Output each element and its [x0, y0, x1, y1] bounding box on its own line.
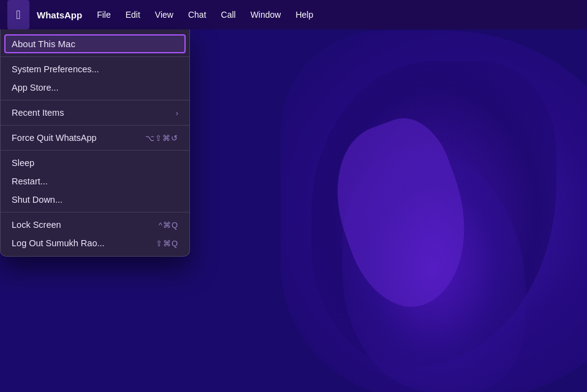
- menu-item-force-quit[interactable]: Force Quit WhatsApp ⌥⇧⌘↺: [1, 129, 189, 147]
- menu-item-restart[interactable]: Restart...: [1, 172, 189, 190]
- menu-item-about[interactable]: About This Mac: [4, 34, 186, 53]
- separator-3: [1, 125, 189, 126]
- apple-icon: : [16, 8, 20, 22]
- menubar-edit[interactable]: Edit: [118, 0, 148, 29]
- menubar-chat[interactable]: Chat: [181, 0, 214, 29]
- menu-item-system-prefs[interactable]: System Preferences...: [1, 60, 189, 78]
- separator-2: [1, 100, 189, 100]
- menubar-whatsapp[interactable]: WhatsApp: [29, 0, 89, 29]
- apple-menu-button[interactable]: : [7, 0, 29, 29]
- menu-item-recent-items[interactable]: Recent Items ›: [1, 104, 189, 122]
- log-out-shortcut: ⇧⌘Q: [156, 239, 178, 248]
- menubar-call[interactable]: Call: [214, 0, 243, 29]
- menu-item-sleep[interactable]: Sleep: [1, 154, 189, 172]
- menu-item-log-out[interactable]: Log Out Sumukh Rao... ⇧⌘Q: [1, 234, 189, 252]
- lock-screen-shortcut: ^⌘Q: [159, 221, 178, 230]
- apple-dropdown-menu: About This Mac System Preferences... App…: [0, 29, 190, 257]
- menubar-window[interactable]: Window: [243, 0, 289, 29]
- menubar-view[interactable]: View: [148, 0, 181, 29]
- menubar-file[interactable]: File: [89, 0, 118, 29]
- separator-5: [1, 212, 189, 213]
- menubar-help[interactable]: Help: [288, 0, 320, 29]
- force-quit-shortcut: ⌥⇧⌘↺: [145, 134, 178, 143]
- menu-item-app-store[interactable]: App Store...: [1, 78, 189, 97]
- separator-4: [1, 150, 189, 151]
- menu-item-shut-down[interactable]: Shut Down...: [1, 190, 189, 209]
- menubar:  WhatsApp File Edit View Chat Call Wind…: [0, 0, 587, 29]
- menu-item-lock-screen[interactable]: Lock Screen ^⌘Q: [1, 216, 189, 234]
- chevron-right-icon: ›: [176, 108, 178, 118]
- separator-1: [1, 56, 189, 57]
- menubar-items: WhatsApp File Edit View Chat Call Window…: [29, 0, 320, 29]
